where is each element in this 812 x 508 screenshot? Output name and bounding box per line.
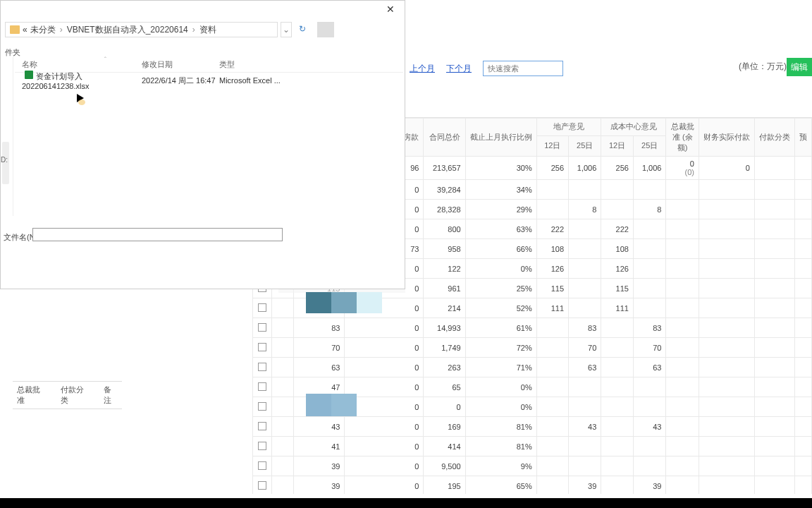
sort-asc-icon: ˆ: [104, 56, 106, 64]
prev-month-link[interactable]: 上个月: [410, 63, 435, 75]
table-row[interactable]: 7001,74972%7070: [253, 338, 812, 358]
path-seg[interactable]: VBNET数据自动录入_20220614: [67, 24, 188, 36]
col-fenlei: 付款分类: [754, 119, 794, 157]
file-list: 名称 ˆ 修改日期 类型 资金计划导入202206141238.xlsx 202…: [15, 57, 403, 219]
filename-input[interactable]: [32, 228, 283, 241]
path-dropdown-icon[interactable]: ⌄: [281, 22, 292, 37]
path-ellipsis: «: [23, 25, 27, 35]
col-d12b: 12日: [601, 135, 634, 156]
file-open-dialog: ✕ « 未分类 › VBNET数据自动录入_20220614 › 资料 ⌄ ↻ …: [0, 0, 405, 289]
file-date: 2022/6/14 周二 16:47: [142, 75, 219, 86]
checkbox[interactable]: [258, 382, 266, 391]
table-row[interactable]: 41041481%: [253, 437, 812, 456]
col-yu: 预: [794, 119, 811, 157]
folder-icon: [10, 25, 20, 34]
file-type: Microsoft Excel ...: [219, 76, 304, 85]
blur-patch: [306, 394, 331, 416]
col-d25b: 25日: [633, 135, 666, 156]
col-zongcai: 总裁批准 (余额): [666, 119, 699, 157]
checkbox[interactable]: [258, 303, 266, 312]
table-row[interactable]: 43016981%4343: [253, 417, 812, 437]
edit-button[interactable]: 编辑: [787, 58, 812, 76]
table-row[interactable]: 39019565%3939: [253, 476, 812, 495]
checkbox[interactable]: [258, 422, 266, 430]
path-seg[interactable]: 未分类: [30, 24, 56, 36]
blur-patch: [357, 292, 382, 313]
checkbox[interactable]: [258, 442, 266, 450]
checkbox[interactable]: [258, 323, 266, 332]
path-seg[interactable]: 资料: [199, 24, 216, 36]
close-icon[interactable]: ✕: [382, 2, 399, 16]
table-row[interactable]: 63026371%6363: [253, 358, 812, 377]
dialog-sidebar: D:: [1, 57, 13, 216]
col-caiwu: 财务实际付款: [699, 119, 754, 157]
footer-strip: [0, 498, 812, 508]
checkbox[interactable]: [258, 481, 266, 490]
table-row[interactable]: 3909,5009%: [253, 456, 812, 476]
mini-b: 付款分类: [61, 385, 89, 406]
next-month-link[interactable]: 下个月: [446, 63, 472, 75]
breadcrumb[interactable]: « 未分类 › VBNET数据自动录入_20220614 › 资料: [5, 22, 278, 37]
file-row[interactable]: 资金计划导入202206141238.xlsx 2022/6/14 周二 16:…: [15, 73, 403, 88]
chevron-right-icon: ›: [191, 25, 197, 35]
col-hetong: 合同总价: [424, 119, 465, 157]
table-row[interactable]: 83014,99361%8383: [253, 318, 812, 338]
mini-label-bar: 总裁批准 付款分类 备注: [13, 381, 122, 409]
checkbox[interactable]: [258, 461, 266, 470]
blur-patch: [331, 292, 357, 313]
drive-label: D:: [1, 156, 8, 164]
refresh-icon[interactable]: ↻: [295, 22, 309, 37]
col-date[interactable]: 修改日期: [142, 59, 219, 70]
col-group-chengben: 成本中心意见: [601, 119, 666, 136]
blur-patch: [306, 292, 331, 313]
col-jiezhi: 截止上月执行比例: [465, 119, 536, 157]
blur-patch: [331, 394, 357, 416]
unit-label: (单位：万元): [739, 61, 787, 73]
col-d12a: 12日: [536, 135, 568, 156]
col-d25a: 25日: [569, 135, 601, 156]
col-group-dichan: 地产意见: [536, 119, 601, 136]
col-name[interactable]: 名称 ˆ: [15, 59, 142, 70]
search-field-blur: [317, 22, 334, 37]
checkbox[interactable]: [258, 402, 266, 411]
col-type[interactable]: 类型: [219, 59, 304, 70]
mini-a: 总裁批准: [17, 385, 45, 406]
checkbox[interactable]: [258, 363, 266, 371]
chevron-right-icon: ›: [59, 25, 64, 35]
mini-c: 备注: [104, 385, 118, 406]
search-input[interactable]: [483, 61, 563, 76]
checkbox[interactable]: [258, 343, 266, 351]
xlsx-icon: [25, 71, 33, 79]
